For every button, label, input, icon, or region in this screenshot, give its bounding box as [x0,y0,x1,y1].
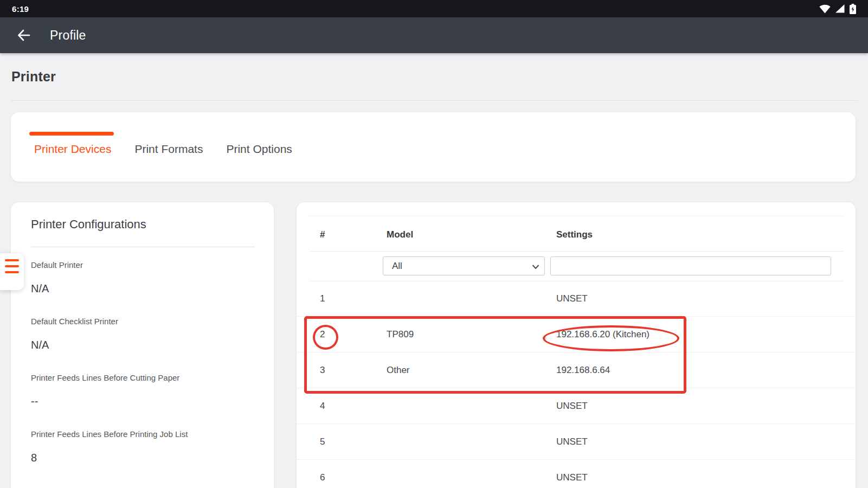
tab-printer-devices[interactable]: Printer Devices [34,143,111,156]
content-area: Printer Printer Devices Print Formats Pr… [0,53,868,488]
printer-devices-table-card: # Model Settings All 1 UNSET [297,202,856,488]
cell-settings: 192.168.6.20 (Kitchen) [556,329,856,340]
status-bar: 6:19 [0,0,868,17]
column-header-model: Model [387,229,556,240]
cell-number: 4 [320,401,387,412]
menu-drawer-handle[interactable] [0,253,24,290]
printer-configurations-card: Printer Configurations Default Printer N… [11,202,274,488]
cell-number: 3 [320,365,387,376]
cell-settings: UNSET [556,293,856,304]
config-card-title: Printer Configurations [31,217,146,232]
tab-print-options[interactable]: Print Options [226,143,292,156]
settings-filter-input[interactable] [550,256,831,275]
cell-model: Other [387,365,556,376]
table-top-divider [309,216,844,216]
page-title: Printer [11,69,56,85]
table-filter-row: All [297,256,856,275]
table-header-divider [309,251,844,252]
table-row[interactable]: 6 UNSET [297,460,856,488]
field-value: N/A [31,282,83,295]
tabs-card: Printer Devices Print Formats Print Opti… [11,112,856,182]
config-field-feed-lines-cutting: Printer Feeds Lines Before Cutting Paper… [31,373,179,408]
config-title-divider [31,247,255,247]
config-field-feed-lines-job-list: Printer Feeds Lines Before Printing Job … [31,429,188,464]
table-header-row: # Model Settings [297,224,856,246]
table-row[interactable]: 4 UNSET [297,388,856,424]
table-row[interactable]: 5 UNSET [297,424,856,460]
column-header-settings: Settings [556,229,856,240]
cell-number: 6 [320,472,387,483]
field-label: Printer Feeds Lines Before Cutting Paper [31,373,179,382]
config-field-default-checklist-printer: Default Checklist Printer N/A [31,317,118,351]
table-body: 1 UNSET 2 TP809 192.168.6.20 (Kitchen) 3… [297,281,856,488]
battery-charging-icon [850,4,856,14]
cell-number: 5 [320,436,387,447]
model-filter-select[interactable]: All [383,256,545,275]
field-value: -- [31,395,179,408]
cell-settings: UNSET [556,401,856,412]
field-label: Default Printer [31,260,83,269]
cell-number: 2 [320,329,387,340]
cellular-signal-icon [835,4,845,13]
field-value: N/A [31,339,118,351]
cell-settings: UNSET [556,436,856,447]
table-row[interactable]: 1 UNSET [297,281,856,317]
table-row[interactable]: 3 Other 192.168.6.64 [297,352,856,388]
back-arrow-icon[interactable] [13,24,35,46]
model-filter-select-wrap: All [383,256,545,275]
cell-settings: UNSET [556,472,856,483]
field-label: Printer Feeds Lines Before Printing Job … [31,429,188,439]
table-row[interactable]: 2 TP809 192.168.6.20 (Kitchen) [297,317,856,352]
cell-number: 1 [320,293,387,304]
config-field-default-printer: Default Printer N/A [31,260,83,295]
clock: 6:19 [12,4,29,14]
tab-print-formats[interactable]: Print Formats [134,143,203,156]
wifi-icon [819,4,831,14]
cell-model: TP809 [387,329,556,340]
field-label: Default Checklist Printer [31,317,118,326]
column-header-number: # [320,229,387,240]
field-value: 8 [31,452,188,464]
page-title-divider [11,100,858,101]
app-bar-title: Profile [50,28,86,43]
tab-bar: Printer Devices Print Formats Print Opti… [34,143,292,156]
app-bar: Profile [0,17,868,53]
status-icons [819,4,856,14]
hamburger-menu-icon [5,259,19,261]
active-tab-indicator [29,132,114,136]
cell-settings: 192.168.6.64 [556,365,856,376]
